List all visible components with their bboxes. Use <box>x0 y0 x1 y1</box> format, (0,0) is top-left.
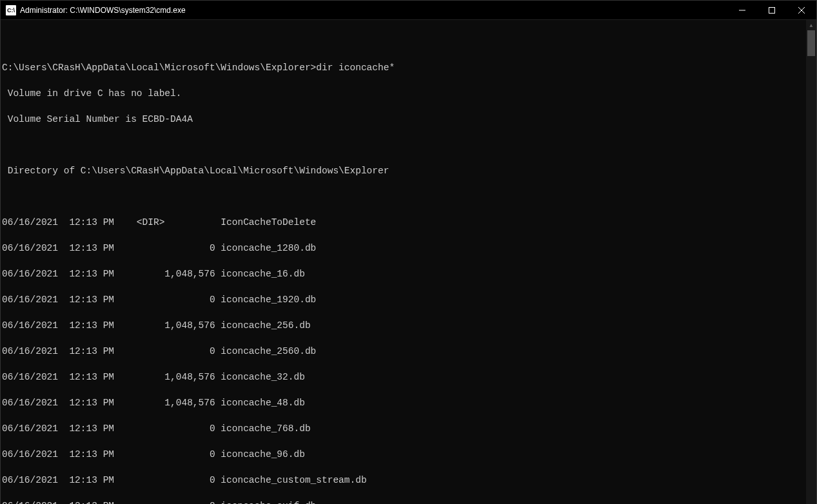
dir-entry: 06/16/2021 12:13 PM 1,048,576 iconcache_… <box>2 371 805 383</box>
dir-entry: 06/16/2021 12:13 PM 1,048,576 iconcache_… <box>2 396 805 409</box>
dir-entry: 06/16/2021 12:13 PM 0 iconcache_96.db <box>2 448 805 461</box>
command-dir: dir iconcache* <box>316 63 395 73</box>
dir-entry: 06/16/2021 12:13 PM 1,048,576 iconcache_… <box>2 319 805 332</box>
terminal-area: C:\Users\CRasH\AppData\Local\Microsoft\W… <box>1 20 816 504</box>
dir-entry: 06/16/2021 12:13 PM 0 iconcache_1920.db <box>2 293 805 306</box>
dir-entry: 06/16/2021 12:13 PM 0 iconcache_1280.db <box>2 242 805 255</box>
window-title: Administrator: C:\WINDOWS\system32\cmd.e… <box>20 6 727 15</box>
close-button[interactable] <box>787 1 816 20</box>
directory-of-line: Directory of C:\Users\CRasH\AppData\Loca… <box>2 164 805 177</box>
serial-line: Volume Serial Number is ECBD-DA4A <box>2 113 805 126</box>
scroll-thumb[interactable] <box>807 30 815 56</box>
dir-entry: 06/16/2021 12:13 PM 0 iconcache_768.db <box>2 422 805 435</box>
titlebar[interactable]: C:\ Administrator: C:\WINDOWS\system32\c… <box>1 1 816 20</box>
dir-entry: 06/16/2021 12:13 PM 0 iconcache_2560.db <box>2 345 805 358</box>
cmd-window: C:\ Administrator: C:\WINDOWS\system32\c… <box>0 0 817 504</box>
dir-entry: 06/16/2021 12:13 PM 0 iconcache_custom_s… <box>2 474 805 487</box>
cmd-icon: C:\ <box>6 5 16 15</box>
scroll-up-icon[interactable]: ▲ <box>806 20 816 30</box>
scrollbar[interactable]: ▲ <box>806 20 816 504</box>
minimize-button[interactable] <box>727 1 757 20</box>
prompt: C:\Users\CRasH\AppData\Local\Microsoft\W… <box>2 63 316 73</box>
dir-entry: 06/16/2021 12:13 PM 1,048,576 iconcache_… <box>2 267 805 280</box>
maximize-button[interactable] <box>757 1 787 20</box>
svg-rect-1 <box>769 7 775 13</box>
dir-entry: 06/16/2021 12:13 PM <DIR> IconCacheToDel… <box>2 216 805 229</box>
window-controls <box>727 1 816 20</box>
dir-entry: 06/16/2021 12:13 PM 0 iconcache_exif.db <box>2 499 805 504</box>
terminal-output[interactable]: C:\Users\CRasH\AppData\Local\Microsoft\W… <box>1 20 806 504</box>
volume-line: Volume in drive C has no label. <box>2 87 805 100</box>
